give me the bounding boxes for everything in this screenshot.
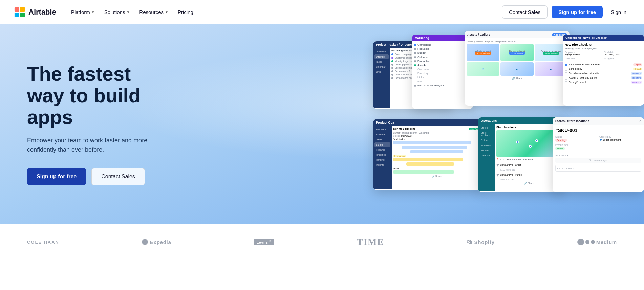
brand-time: TIME bbox=[357, 237, 384, 247]
nav-pricing[interactable]: Pricing bbox=[174, 6, 197, 18]
signin-button[interactable]: Sign in bbox=[607, 6, 630, 18]
hero-title: The fastest way to build apps bbox=[27, 63, 169, 128]
nav-solutions[interactable]: Solutions ▼ bbox=[100, 6, 134, 18]
nav-left: Airtable Platform ▼ Solutions ▼ Resource… bbox=[14, 6, 197, 18]
brands-bar: COLE HAAN Expedia Levi's ® TIME 🛍 Shopif… bbox=[0, 224, 644, 260]
brand-levis: Levi's ® bbox=[254, 239, 274, 245]
nav-resources[interactable]: Resources ▼ bbox=[135, 6, 172, 18]
chevron-down-icon: ▼ bbox=[165, 10, 168, 14]
nav-links: Platform ▼ Solutions ▼ Resources ▼ Prici… bbox=[67, 6, 197, 18]
expedia-icon bbox=[142, 239, 148, 245]
brand-cole-haan: COLE HAAN bbox=[27, 240, 59, 245]
medium-icon-small2 bbox=[591, 240, 595, 244]
shopify-icon: 🛍 bbox=[467, 239, 472, 245]
navigation: Airtable Platform ▼ Solutions ▼ Resource… bbox=[0, 0, 644, 24]
svg-rect-3 bbox=[20, 13, 25, 17]
medium-icon-small1 bbox=[585, 240, 589, 244]
svg-rect-0 bbox=[15, 7, 19, 12]
hero-buttons: Sign up for free Contact Sales bbox=[27, 168, 169, 185]
hero-signup-button[interactable]: Sign up for free bbox=[27, 168, 86, 185]
hero-content: The fastest way to build apps Empower yo… bbox=[0, 43, 190, 205]
medium-icon-large bbox=[577, 239, 584, 245]
logo-wordmark: Airtable bbox=[28, 8, 56, 17]
hero-subtitle: Empower your team to work faster and mor… bbox=[27, 136, 169, 154]
nav-platform[interactable]: Platform ▼ bbox=[67, 6, 99, 18]
chevron-down-icon: ▼ bbox=[91, 10, 95, 14]
svg-rect-2 bbox=[15, 13, 19, 17]
brand-expedia: Expedia bbox=[142, 239, 171, 245]
signup-button[interactable]: Sign up for free bbox=[552, 6, 603, 18]
chevron-down-icon: ▼ bbox=[126, 10, 130, 14]
hero-section: The fastest way to build apps Empower yo… bbox=[0, 24, 644, 224]
svg-point-4 bbox=[143, 240, 147, 244]
logo[interactable]: Airtable bbox=[14, 6, 56, 18]
hero-contact-button[interactable]: Contact Sales bbox=[91, 168, 145, 185]
brand-medium: Medium bbox=[577, 239, 617, 245]
nav-right: Contact Sales Sign up for free Sign in bbox=[502, 5, 630, 19]
svg-rect-1 bbox=[20, 7, 25, 12]
brand-shopify: 🛍 Shopify bbox=[467, 239, 495, 245]
logo-icon bbox=[14, 6, 26, 18]
contact-sales-button[interactable]: Contact Sales bbox=[502, 5, 548, 19]
